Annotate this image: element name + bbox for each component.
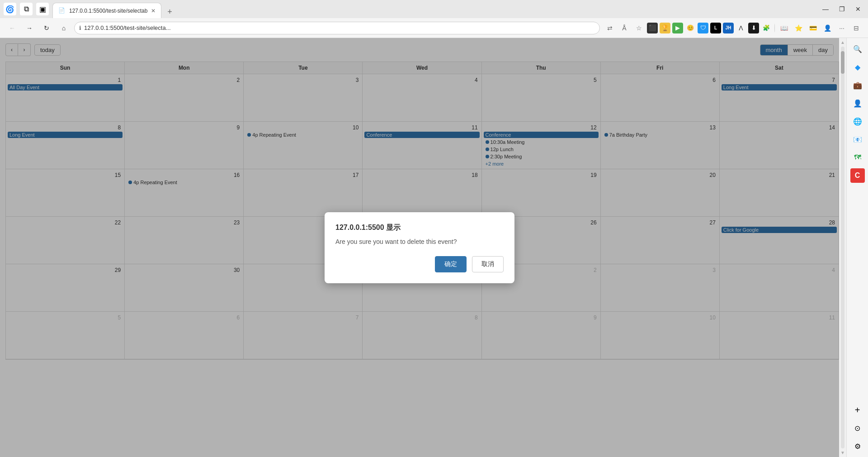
active-tab[interactable]: 📄 127.0.0.1:5500/test-site/selectab ✕ xyxy=(52,3,161,18)
confirm-button[interactable]: 确定 xyxy=(435,256,467,272)
sidebar-globe-icon[interactable]: 🌐 xyxy=(850,114,865,129)
copy-icon[interactable]: ⧉ xyxy=(20,3,33,15)
scrollbar[interactable]: ▲ ▼ xyxy=(839,38,846,457)
browser-logo[interactable]: 🌀 xyxy=(4,3,16,15)
sidebar-blue-icon[interactable]: ◆ xyxy=(850,60,865,74)
ext-play[interactable]: ▶ xyxy=(672,23,683,33)
more-button[interactable]: ··· xyxy=(835,22,848,34)
sidebar-outlook-icon[interactable]: 📧 xyxy=(850,132,865,147)
reader-button[interactable]: Å xyxy=(618,22,631,34)
modal-title: 127.0.0.1:5500 显示 xyxy=(335,223,504,233)
ext-dark[interactable]: ⬛ xyxy=(647,23,658,33)
translate-button[interactable]: ⇄ xyxy=(604,22,616,34)
ext-yellow[interactable]: 🏆 xyxy=(660,23,670,33)
tab-title: 127.0.0.1:5500/test-site/selectab xyxy=(69,8,147,14)
modal-message: Are you sure you want to delete this eve… xyxy=(335,238,504,245)
close-button[interactable]: ✕ xyxy=(852,3,864,15)
ext-download[interactable]: ⬇ xyxy=(748,23,759,33)
main-area: ‹ › today month week day SunMonTueWedThu… xyxy=(0,38,868,457)
reload-button[interactable]: ↻ xyxy=(40,21,53,35)
collections-button[interactable]: ⭐ xyxy=(792,22,805,34)
modal-overlay: 127.0.0.1:5500 显示 Are you sure you want … xyxy=(0,38,839,457)
wallet-button[interactable]: 💳 xyxy=(807,22,819,34)
nav-actions: ⇄ Å ☆ ⬛ 🏆 ▶ 😊 🛡 L JH Λ ⬇ 🧩 📖 ⭐ 💳 👤 ··· … xyxy=(604,22,863,34)
tab-bar: 📄 127.0.0.1:5500/test-site/selectab ✕ + xyxy=(52,0,816,18)
tab-close-button[interactable]: ✕ xyxy=(151,8,156,14)
sidebar-button[interactable]: ⊟ xyxy=(850,22,863,34)
persona-button[interactable]: 👤 xyxy=(821,22,834,34)
favorites-button[interactable]: ☆ xyxy=(632,22,645,34)
ext-jh[interactable]: JH xyxy=(723,23,734,33)
info-icon: ℹ xyxy=(79,25,81,31)
divider-1 xyxy=(774,24,775,33)
sidebar-search-icon[interactable]: 🔍 xyxy=(850,42,865,56)
ext-black-square[interactable]: L xyxy=(710,23,721,33)
title-bar-left: 🌀 ⧉ ▣ xyxy=(4,3,49,15)
reading-list-button[interactable]: 📖 xyxy=(778,22,790,34)
nav-bar: ← → ↻ ⌂ ℹ 127.0.0.1:5500/test-site/selec… xyxy=(0,18,868,38)
sidebar-red-c-icon[interactable]: C xyxy=(850,168,865,183)
sidebar-red-briefcase-icon[interactable]: 💼 xyxy=(850,78,865,92)
forward-button[interactable]: → xyxy=(23,21,36,35)
modal-actions: 确定 取消 xyxy=(335,256,504,272)
tab-favicon: 📄 xyxy=(58,7,66,14)
address-bar[interactable]: ℹ 127.0.0.1:5500/test-site/selecta... xyxy=(74,22,600,34)
cancel-button[interactable]: 取消 xyxy=(472,256,504,272)
address-text: 127.0.0.1:5500/test-site/selecta... xyxy=(84,24,595,31)
window-controls: — ❐ ✕ xyxy=(819,3,864,15)
ext-shield[interactable]: 🛡 xyxy=(698,23,708,33)
back-button[interactable]: ← xyxy=(5,21,19,35)
ext-face[interactable]: 😊 xyxy=(685,23,696,33)
home-button[interactable]: ⌂ xyxy=(57,21,71,35)
title-bar: 🌀 ⧉ ▣ 📄 127.0.0.1:5500/test-site/selecta… xyxy=(0,0,868,18)
sidebar-maps-icon[interactable]: 🗺 xyxy=(850,150,865,165)
sidebar-avatar-icon[interactable]: 👤 xyxy=(850,96,865,110)
new-tab-button[interactable]: + xyxy=(163,5,176,18)
modal-dialog: 127.0.0.1:5500 显示 Are you sure you want … xyxy=(325,212,514,283)
minimize-button[interactable]: — xyxy=(819,3,832,15)
sidebar-toggle-icon[interactable]: ▣ xyxy=(36,3,49,15)
maximize-button[interactable]: ❐ xyxy=(835,3,848,15)
sidebar-target-icon[interactable]: ⊙ xyxy=(850,421,865,435)
browser-window: 🌀 ⧉ ▣ 📄 127.0.0.1:5500/test-site/selecta… xyxy=(0,0,868,457)
ext-puzzle[interactable]: 🧩 xyxy=(761,23,772,33)
sidebar-settings-icon[interactable]: ⚙ xyxy=(850,439,865,453)
calendar-container: ‹ › today month week day SunMonTueWedThu… xyxy=(0,38,839,457)
sidebar-add-icon[interactable]: + xyxy=(850,403,865,417)
ext-lambda[interactable]: Λ xyxy=(736,23,746,33)
right-sidebar: 🔍 ◆ 💼 👤 🌐 📧 🗺 C + ⊙ ⚙ xyxy=(846,38,868,457)
